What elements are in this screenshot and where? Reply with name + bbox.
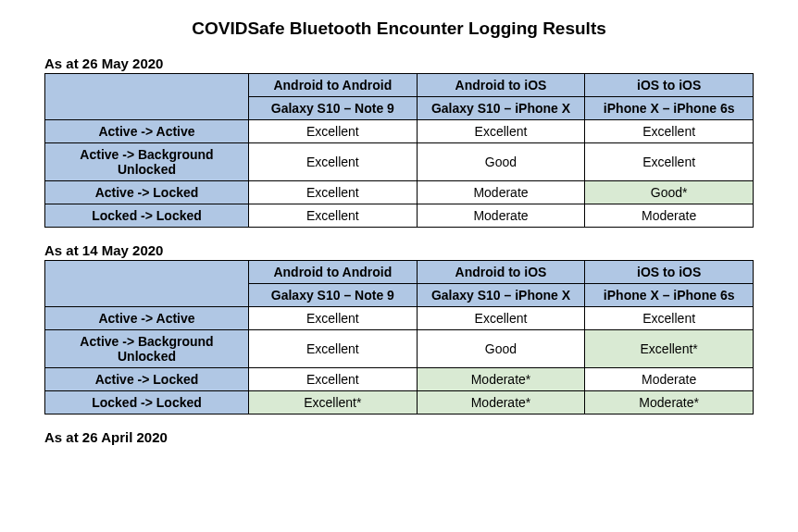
result-cell: Moderate* [417, 368, 585, 391]
col-header-platform: iOS to iOS [585, 74, 754, 97]
row-label: Locked -> Locked [45, 391, 249, 414]
col-header-devices: iPhone X – iPhone 6s [585, 284, 754, 307]
row-label: Locked -> Locked [45, 204, 249, 228]
results-table: Android to AndroidAndroid to iOSiOS to i… [44, 260, 754, 414]
table-row: Locked -> LockedExcellent*Moderate*Moder… [45, 391, 754, 414]
result-cell: Excellent [249, 120, 418, 143]
row-label: Active -> Active [45, 120, 249, 143]
header-blank [45, 261, 249, 307]
table-row: Active -> ActiveExcellentExcellentExcell… [45, 120, 754, 143]
result-cell: Moderate [417, 181, 585, 204]
page-title: COVIDSafe Bluetooth Encounter Logging Re… [44, 19, 754, 39]
result-cell: Excellent* [249, 391, 418, 414]
table-row: Active -> Background UnlockedExcellentGo… [45, 330, 754, 368]
col-header-devices: Galaxy S10 – iPhone X [417, 97, 585, 120]
result-cell: Moderate* [417, 391, 585, 414]
result-cell: Excellent [249, 368, 418, 391]
result-cell: Excellent [249, 330, 418, 368]
result-cell: Excellent [585, 307, 754, 330]
col-header-platform: Android to iOS [417, 261, 585, 284]
results-table: Android to AndroidAndroid to iOSiOS to i… [44, 73, 754, 228]
row-label: Active -> Active [45, 307, 249, 330]
result-cell: Good [417, 143, 585, 181]
result-cell: Excellent* [585, 330, 754, 368]
row-label: Active -> Locked [45, 368, 249, 391]
col-header-devices: Galaxy S10 – Note 9 [249, 97, 418, 120]
result-cell: Excellent [417, 120, 585, 143]
result-cell: Good [417, 330, 585, 368]
col-header-platform: Android to Android [249, 74, 418, 97]
row-label: Active -> Background Unlocked [45, 143, 249, 181]
section-date: As at 14 May 2020 [44, 242, 754, 258]
col-header-platform: Android to iOS [417, 74, 585, 97]
col-header-platform: Android to Android [249, 261, 418, 284]
col-header-devices: iPhone X – iPhone 6s [585, 97, 754, 120]
table-row: Active -> LockedExcellentModerate*Modera… [45, 368, 754, 391]
table-row: Locked -> LockedExcellentModerateModerat… [45, 204, 754, 228]
table-row: Active -> Background UnlockedExcellentGo… [45, 143, 754, 181]
result-cell: Moderate* [585, 391, 754, 414]
result-cell: Good* [585, 181, 754, 204]
col-header-devices: Galaxy S10 – Note 9 [249, 284, 418, 307]
table-row: Active -> LockedExcellentModerateGood* [45, 181, 754, 204]
row-label: Active -> Locked [45, 181, 249, 204]
result-cell: Excellent [249, 143, 418, 181]
section-date: As at 26 May 2020 [44, 56, 754, 71]
result-cell: Excellent [249, 204, 418, 228]
result-cell: Moderate [417, 204, 585, 228]
result-cell: Moderate [585, 204, 754, 228]
result-cell: Excellent [417, 307, 585, 330]
row-label: Active -> Background Unlocked [45, 330, 249, 368]
result-cell: Moderate [585, 368, 754, 391]
result-cell: Excellent [585, 120, 754, 143]
col-header-devices: Galaxy S10 – iPhone X [417, 284, 585, 307]
table-row: Active -> ActiveExcellentExcellentExcell… [45, 307, 754, 330]
col-header-platform: iOS to iOS [585, 261, 754, 284]
result-cell: Excellent [585, 143, 754, 181]
header-blank [45, 74, 249, 120]
section-date: As at 26 April 2020 [44, 429, 754, 445]
result-cell: Excellent [249, 307, 418, 330]
result-cell: Excellent [249, 181, 418, 204]
